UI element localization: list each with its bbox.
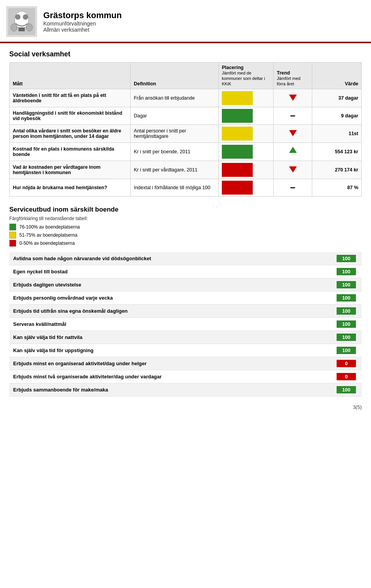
- service-label: Kan själv välja tid för uppstigning: [9, 344, 331, 357]
- page-number: 3(5): [0, 397, 371, 414]
- service-badge: 100: [337, 294, 356, 302]
- svg-marker-10: [289, 147, 297, 153]
- service-row: Erbjuds dagligen utevistelse100: [9, 278, 362, 291]
- service-table: Avlidna som hade någon närvarande vid dö…: [9, 252, 362, 397]
- trend-cell: −: [274, 179, 312, 197]
- service-value: 100: [331, 278, 362, 291]
- col-placering: Placering Jämfört med de kommuner som de…: [218, 63, 273, 89]
- trend-cell: [274, 125, 312, 143]
- service-label: Erbjuds sammanboende för make/maka: [9, 383, 331, 397]
- service-label: Egen nyckel till bostad: [9, 265, 331, 278]
- service-row: Avlidna som hade någon närvarande vid dö…: [9, 252, 362, 265]
- definition-cell: Dagar: [131, 107, 219, 125]
- svg-rect-5: [19, 27, 25, 31]
- matt-cell: Väntetiden i snitt för att få en plats p…: [10, 89, 131, 107]
- legend-label: 76-100% av boendeplatserna: [19, 224, 80, 230]
- service-label: Kan själv välja tid för nattvila: [9, 331, 331, 344]
- service-row: Egen nyckel till bostad100: [9, 265, 362, 278]
- service-badge: 100: [337, 281, 356, 288]
- value-cell: 11st: [312, 125, 361, 143]
- value-cell: 554 123 kr: [312, 143, 361, 161]
- col-definition: Definition: [131, 63, 219, 89]
- section2-title: Serviceutbud inom särskilt boende: [0, 197, 371, 216]
- legend-container: 76-100% av boendeplatserna51-75% av boen…: [0, 224, 371, 252]
- service-badge: 100: [337, 255, 356, 262]
- placering-cell: [218, 107, 273, 125]
- trend-cell: [274, 143, 312, 161]
- value-cell: 37 dagar: [312, 89, 361, 107]
- svg-point-6: [11, 24, 17, 31]
- placering-cell: [218, 89, 273, 107]
- service-label: Erbjuds minst två organiserade aktivitet…: [9, 370, 331, 383]
- service-label: Erbjuds dagligen utevistelse: [9, 278, 331, 291]
- col-trend: Trend Jämfört med förra året: [274, 63, 312, 89]
- matt-cell: Vad är kostnaden per vårdtagare inom hem…: [10, 161, 131, 179]
- service-value: 100: [331, 291, 362, 305]
- service-badge: 100: [337, 386, 356, 393]
- logo-icon: [6, 6, 37, 37]
- service-value: 100: [331, 305, 362, 318]
- trend-down-icon: [288, 92, 298, 102]
- service-label: Erbjuds tid utifrån sina egna önskemål d…: [9, 305, 331, 318]
- trend-cell: −: [274, 107, 312, 125]
- legend-label: 0-50% av boendeplatserna: [19, 241, 75, 246]
- svg-marker-9: [289, 130, 297, 136]
- matt-cell: Handläggningstid i snitt för ekonomiskt …: [10, 107, 131, 125]
- service-badge: 0: [337, 360, 356, 367]
- trend-down-icon: [288, 127, 298, 138]
- service-value: 100: [331, 265, 362, 278]
- svg-marker-11: [289, 166, 297, 173]
- service-row: Erbjuds minst två organiserade aktivitet…: [9, 370, 362, 383]
- service-label: Serveras kväll/nattmål: [9, 318, 331, 331]
- legend-item: 76-100% av boendeplatserna: [9, 224, 362, 230]
- trend-down-icon: [288, 163, 298, 174]
- trend-dash-icon: −: [290, 110, 296, 121]
- service-row: Erbjuds minst en organiserad aktivitet/d…: [9, 357, 362, 370]
- definition-cell: Indextal i förhållande till möjliga 100: [131, 179, 219, 197]
- value-cell: 9 dagar: [312, 107, 361, 125]
- service-badge: 100: [337, 334, 356, 341]
- col-matt: Mått: [10, 63, 131, 89]
- definition-cell: Kr i snitt per vårdtagare, 2011: [131, 161, 219, 179]
- matt-cell: Hur nöjda är brukarna med hemtjänsten?: [10, 179, 131, 197]
- service-label: Erbjuds personlig omvårdnad varje vecka: [9, 291, 331, 305]
- main-table: Mått Definition Placering Jämfört med de…: [9, 62, 362, 197]
- value-cell: 87 %: [312, 179, 361, 197]
- definition-cell: Antal personer i snitt per hemtjänsttaga…: [131, 125, 219, 143]
- trend-dash-icon: −: [290, 182, 296, 193]
- legend-item: 51-75% av boendeplatserna: [9, 232, 362, 239]
- trend-up-icon: [288, 145, 298, 156]
- service-row: Kan själv välja tid för uppstigning100: [9, 344, 362, 357]
- definition-cell: Från ansökan till erbjudande: [131, 89, 219, 107]
- service-value: 100: [331, 344, 362, 357]
- service-value: 0: [331, 370, 362, 383]
- service-value: 100: [331, 252, 362, 265]
- svg-point-3: [15, 14, 20, 20]
- service-value: 100: [331, 383, 362, 397]
- legend-title: Färgförklaring till nedanstående tabell:: [0, 216, 371, 224]
- matt-cell: Kostnad för en plats i kommunens särskil…: [10, 143, 131, 161]
- header: Grästorps kommun Kommunförvaltningen All…: [0, 0, 371, 43]
- service-label: Erbjuds minst en organiserad aktivitet/d…: [9, 357, 331, 370]
- org-name: Grästorps kommun: [43, 10, 122, 20]
- legend-color-box: [9, 224, 16, 230]
- service-badge: 100: [337, 268, 356, 275]
- service-badge: 100: [337, 320, 356, 328]
- service-row: Kan själv välja tid för nattvila100: [9, 331, 362, 344]
- placering-cell: [218, 179, 273, 197]
- placering-cell: [218, 125, 273, 143]
- value-cell: 270 174 kr: [312, 161, 361, 179]
- service-value: 100: [331, 318, 362, 331]
- service-value: 0: [331, 357, 362, 370]
- service-badge: 0: [337, 373, 356, 380]
- col-varde: Värde: [312, 63, 361, 89]
- unit-name: Allmän verksamhet: [43, 27, 122, 33]
- definition-cell: Kr i snitt per boende, 2011: [131, 143, 219, 161]
- trend-cell: [274, 161, 312, 179]
- legend-color-box: [9, 232, 16, 239]
- svg-point-4: [23, 14, 28, 20]
- header-text: Grästorps kommun Kommunförvaltningen All…: [43, 10, 122, 33]
- matt-cell: Antal olika vårdare i snitt som besöker …: [10, 125, 131, 143]
- legend-label: 51-75% av boendeplatserna: [19, 232, 77, 238]
- service-badge: 100: [337, 307, 356, 315]
